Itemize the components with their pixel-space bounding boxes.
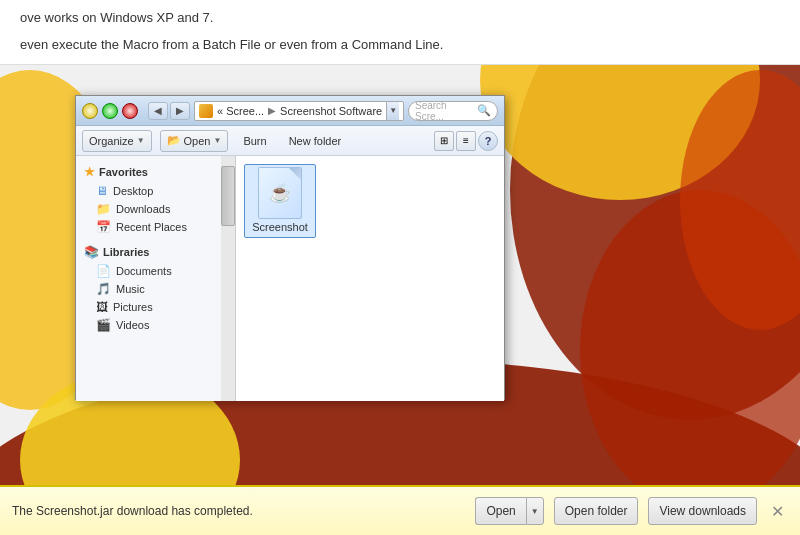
search-bar[interactable]: Search Scre... 🔍 [408,101,498,121]
favorites-label: Favorites [99,166,148,178]
file-name-label: Screenshot [252,221,308,233]
organize-button[interactable]: Organize ▼ [82,130,152,152]
sidebar-item-downloads[interactable]: 📁 Downloads [76,200,235,218]
forward-button[interactable]: ▶ [170,102,190,120]
help-button[interactable]: ? [478,131,498,151]
videos-icon: 🎬 [96,318,111,332]
new-folder-button[interactable]: New folder [282,130,349,152]
pictures-icon: 🖼 [96,300,108,314]
file-area: ☕ Screenshot [236,156,504,401]
open-dropdown-icon: ▼ [213,136,221,145]
open-folder-button[interactable]: Open folder [554,497,639,525]
sidebar-item-desktop[interactable]: 🖥 Desktop [76,182,235,200]
open-icon: 📂 [167,134,181,147]
explorer-window: ◀ ▶ « Scree... ▶ Screenshot Software ▼ S… [75,95,505,400]
close-window-button[interactable] [122,103,138,119]
download-message: The Screenshot.jar download has complete… [12,504,465,518]
open-label: Open [184,135,211,147]
open-button[interactable]: 📂 Open ▼ [160,130,229,152]
address-dropdown-button[interactable]: ▼ [386,102,399,120]
address-separator: ▶ [268,105,276,116]
scrollbar-track[interactable] [221,156,235,401]
videos-label: Videos [116,319,149,331]
download-bar: The Screenshot.jar download has complete… [0,485,800,535]
jar-file-icon: ☕ [256,169,304,217]
downloads-folder-icon: 📁 [96,202,111,216]
left-panel: ★ Favorites 🖥 Desktop 📁 Downloads 📅 Rece… [76,156,236,401]
search-icon: 🔍 [477,104,491,117]
scrollbar-thumb[interactable] [221,166,235,226]
libraries-section[interactable]: 📚 Libraries [76,242,235,262]
help-icon: ? [485,135,492,147]
sidebar-item-pictures[interactable]: 🖼 Pictures [76,298,235,316]
burn-label: Burn [243,135,266,147]
view-toggle-button[interactable]: ⊞ [434,131,454,151]
music-icon: 🎵 [96,282,111,296]
desktop-label: Desktop [113,185,153,197]
address-bar[interactable]: « Scree... ▶ Screenshot Software ▼ [194,101,404,121]
documents-icon: 📄 [96,264,111,278]
documents-label: Documents [116,265,172,277]
organize-dropdown-icon: ▼ [137,136,145,145]
favorites-section[interactable]: ★ Favorites [76,162,235,182]
top-text-line1: ove works on Windows XP and 7. [0,0,800,35]
sidebar-item-music[interactable]: 🎵 Music [76,280,235,298]
view-list-button[interactable]: ≡ [456,131,476,151]
file-fold [289,168,301,180]
main-content: ★ Favorites 🖥 Desktop 📁 Downloads 📅 Rece… [76,156,504,401]
new-folder-label: New folder [289,135,342,147]
library-icon: 📚 [84,245,99,259]
libraries-label: Libraries [103,246,149,258]
sidebar-item-recent-places[interactable]: 📅 Recent Places [76,218,235,236]
address-crumb1: « Scree... [217,105,264,117]
organize-label: Organize [89,135,134,147]
top-text-line2: even execute the Macro from a Batch File… [0,35,800,54]
star-icon: ★ [84,165,95,179]
back-button[interactable]: ◀ [148,102,168,120]
title-bar: ◀ ▶ « Scree... ▶ Screenshot Software ▼ S… [76,96,504,126]
toolbar: Organize ▼ 📂 Open ▼ Burn New folder ⊞ ≡ … [76,126,504,156]
search-placeholder: Search Scre... [415,100,474,122]
title-bar-buttons [82,103,138,119]
recent-places-icon: 📅 [96,220,111,234]
file-item-screenshot[interactable]: ☕ Screenshot [244,164,316,238]
open-dropdown-arrow[interactable]: ▼ [526,497,544,525]
recent-places-label: Recent Places [116,221,187,233]
close-download-bar-button[interactable]: ✕ [767,502,788,521]
nav-arrows: ◀ ▶ [148,102,190,120]
sidebar-item-documents[interactable]: 📄 Documents [76,262,235,280]
pictures-label: Pictures [113,301,153,313]
maximize-button[interactable] [102,103,118,119]
burn-button[interactable]: Burn [236,130,273,152]
open-button-group: Open ▼ [475,497,543,525]
sidebar-item-videos[interactable]: 🎬 Videos [76,316,235,334]
jar-symbol: ☕ [269,182,291,204]
view-options: ⊞ ≡ ? [434,131,498,151]
view-downloads-button[interactable]: View downloads [648,497,757,525]
downloads-label: Downloads [116,203,170,215]
music-label: Music [116,283,145,295]
address-crumb2: Screenshot Software [280,105,382,117]
minimize-button[interactable] [82,103,98,119]
folder-icon: 🖥 [96,184,108,198]
address-bar-icon [199,104,213,118]
open-file-button[interactable]: Open [475,497,525,525]
